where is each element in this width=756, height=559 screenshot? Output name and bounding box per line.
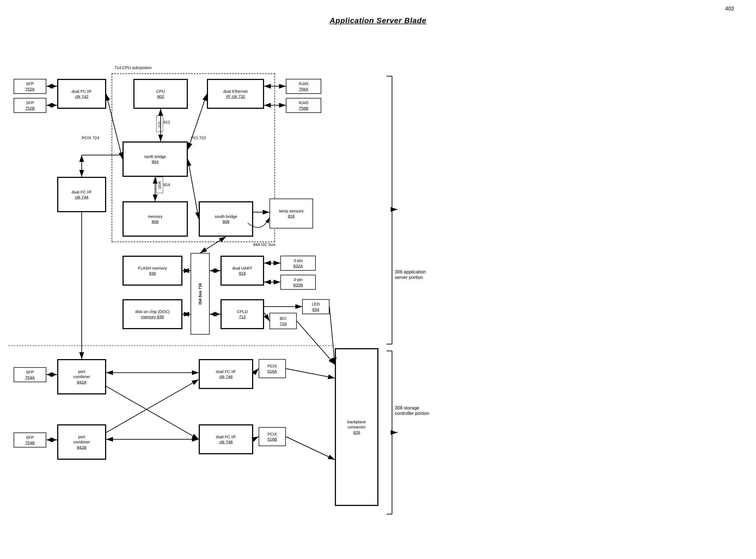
north-bridge-line1: north bridge xyxy=(144,154,166,159)
backplane-connector-box: backplane connector 828 xyxy=(335,348,379,506)
dual-ethernet-line1: dual Ethernet xyxy=(223,89,247,94)
led-line1: LED xyxy=(312,301,320,307)
svg-line-24 xyxy=(297,321,335,364)
cpu-label-line1: CPU xyxy=(156,89,165,94)
dual-fc-748-line2: ctlr 748 xyxy=(219,439,233,445)
pin-832b-line2: 832B xyxy=(293,282,303,288)
south-bridge-line1: south bridge xyxy=(215,214,237,219)
flash-memory-box: FLASH memory 836 xyxy=(123,256,182,286)
cpld-line1: CPLD xyxy=(237,309,248,314)
north-bridge-line2: 804 xyxy=(152,159,158,164)
pin-832b-box: 3-pin 832B xyxy=(280,275,316,290)
pin-832a-box: 3-pin 832A xyxy=(280,256,316,271)
dual-fc-742-line1: dual FC I/F xyxy=(71,89,92,94)
rj45-756a-line1: RJ45 xyxy=(299,81,308,87)
sfp-754b-box: SFP 754B xyxy=(14,432,46,447)
sfp-752a-line1: SFP xyxy=(26,81,34,87)
svg-line-31 xyxy=(106,379,199,432)
sfp-754b-line1: SFP xyxy=(26,435,34,440)
dual-fc-746-line1: dual FC I/F xyxy=(216,369,236,374)
cpld-box: CPLD 712 xyxy=(220,299,264,329)
port-combiner-842a-box: port combiner 842A xyxy=(57,359,106,395)
dual-fc-748-line1: dual FC I/F xyxy=(216,434,236,440)
sfp-754a-line1: SFP xyxy=(26,370,34,375)
temp-sensors-line2: 816 xyxy=(288,214,295,219)
pcix-516b-line1: PCIX xyxy=(267,431,277,437)
port-combiner-842b-box: port combiner 842B xyxy=(57,424,106,460)
dual-ethernet-line2: I/F ctlr 732 xyxy=(226,94,245,99)
ddr-label: DDR xyxy=(156,177,163,193)
north-bridge-box: north bridge 804 xyxy=(123,141,188,177)
port-combiner-842b-line3: 842B xyxy=(77,445,86,450)
temp-sensors-box: temp sensors 816 xyxy=(269,199,313,228)
dual-fc-ctlr-742-box: dual FC I/F ctlr 742 xyxy=(57,79,106,109)
port-combiner-842a-line3: 842A xyxy=(77,379,86,385)
pcix-516a-box: PCIX 516A xyxy=(259,359,286,378)
port-combiner-842b-line2: combiner xyxy=(73,439,90,445)
dual-uart-box: dual UART 818 xyxy=(220,256,264,286)
rj45-756b-line1: RJ45 xyxy=(299,100,308,106)
dual-fc-742-line2: ctlr 742 xyxy=(75,94,88,99)
svg-line-35 xyxy=(286,368,335,378)
bci-box: BCI 718 xyxy=(269,313,297,329)
svg-line-25 xyxy=(329,307,335,364)
backplane-line3: 828 xyxy=(353,430,360,435)
doc-line2: memory 838 xyxy=(141,314,164,320)
svg-line-33 xyxy=(253,368,259,374)
cpu-subsystem-label: 714 CPU subsystem xyxy=(114,65,152,70)
svg-line-30 xyxy=(106,386,199,439)
bci-line1: BCI xyxy=(280,316,286,321)
rj45-756a-line2: 756A xyxy=(299,87,308,92)
sfp-752a-box: SFP 752A xyxy=(14,79,46,94)
dual-uart-line2: 818 xyxy=(239,271,245,276)
memory-line1: memory xyxy=(148,214,163,219)
port-combiner-842a-line1: port xyxy=(78,369,85,374)
dual-fc-746-line2: ctlr 746 xyxy=(219,374,233,379)
sfp-754a-line2: 754A xyxy=(25,375,35,380)
cpu-label-line2: 802 xyxy=(157,94,164,99)
pin-832b-line1: 3-pin xyxy=(294,277,302,282)
dual-fc-744-line1: dual FC I/F xyxy=(71,189,92,195)
south-bridge-line2: 808 xyxy=(222,219,229,224)
dual-fc-744-line2: ctlr 744 xyxy=(75,195,88,200)
pci-722-label: PCI 722 xyxy=(191,135,206,140)
doc-line1: disk on chip (DOC) xyxy=(135,309,170,314)
page-title: Application Server Blade xyxy=(0,16,756,25)
port-combiner-842b-line1: port xyxy=(78,434,85,440)
sfp-752b-box: SFP 752B xyxy=(14,98,46,113)
backplane-line2: connector xyxy=(348,424,366,430)
gtl-812-label: 812 xyxy=(163,120,170,124)
rj45-756b-line2: 756B xyxy=(299,106,308,111)
gtl-label: GTL xyxy=(156,116,163,132)
diagram-container: 714 CPU subsystem CPU 802 north bridge 8… xyxy=(8,38,748,551)
dual-ethernet-box: dual Ethernet I/F ctlr 732 xyxy=(207,79,264,109)
flash-line1: FLASH memory xyxy=(138,266,167,271)
i2c-bus-label: 844 I2C bus xyxy=(253,242,275,247)
pcix-516b-line2: 516B xyxy=(267,437,277,442)
sfp-752b-line1: SFP xyxy=(26,100,34,106)
ddr-814-label: 814 xyxy=(163,182,170,187)
isa-bus-label: ISA bus 716 xyxy=(198,283,202,305)
cpu-box: CPU 802 xyxy=(133,79,188,109)
sfp-754a-box: SFP 754A xyxy=(14,367,46,382)
temp-sensors-line1: temp sensors xyxy=(279,208,304,214)
rj45-756a-box: RJ45 756A xyxy=(286,79,321,94)
pcix-516a-line2: 516A xyxy=(267,368,277,374)
pcix-724-label: PCIX 724 xyxy=(82,135,99,140)
rj45-756b-box: RJ45 756B xyxy=(286,98,321,113)
dual-fc-ctlr-748-box: dual FC I/F ctlr 748 xyxy=(199,424,253,454)
south-bridge-box: south bridge 808 xyxy=(199,201,253,237)
dual-fc-ctlr-744-box: dual FC I/F ctlr 744 xyxy=(57,177,106,212)
svg-line-36 xyxy=(286,437,335,460)
dual-uart-line1: dual UART xyxy=(232,266,252,271)
flash-line2: 836 xyxy=(149,271,156,276)
led-line2: 834 xyxy=(312,307,319,312)
pin-832a-line1: 3-pin xyxy=(294,258,302,263)
pin-832a-line2: 832A xyxy=(293,263,303,269)
dual-fc-ctlr-746-box: dual FC I/F ctlr 746 xyxy=(199,359,253,389)
svg-line-34 xyxy=(253,437,259,439)
led-box: LED 834 xyxy=(302,299,329,314)
sfp-754b-line2: 754B xyxy=(25,440,35,446)
storage-controller-label: 308 storage controller portion xyxy=(395,405,455,416)
isa-bus-box: ISA bus 716 xyxy=(191,253,210,335)
